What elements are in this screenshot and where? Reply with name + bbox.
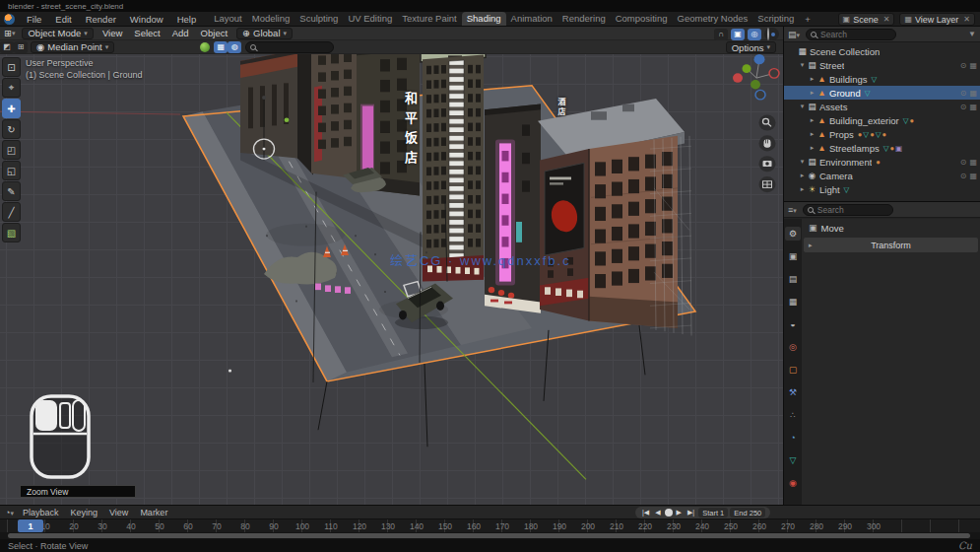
properties-tab-data[interactable]: ▽: [785, 453, 801, 467]
move-tool[interactable]: ✚: [2, 99, 21, 118]
record-button[interactable]: [665, 509, 673, 517]
menu-render[interactable]: Render: [79, 14, 123, 25]
prev-keyframe-button[interactable]: ◀: [653, 509, 662, 517]
gizmo-toggle-icon[interactable]: ◩: [0, 41, 14, 53]
proportional-edit-button[interactable]: ◎: [748, 29, 761, 40]
scale-tool[interactable]: ◰: [2, 140, 21, 160]
menu-file[interactable]: File: [20, 14, 48, 25]
viewport-search-input[interactable]: [260, 42, 329, 52]
tab-rendering[interactable]: Rendering: [557, 12, 611, 26]
options-dropdown[interactable]: Options▾: [726, 41, 776, 53]
scrollbar-thumb[interactable]: [8, 533, 970, 538]
menu-window[interactable]: Window: [123, 14, 170, 25]
tab-uv-editing[interactable]: UV Editing: [343, 12, 397, 26]
render-restrict-icon[interactable]: ▦: [969, 172, 977, 180]
gizmo-z-neg-axis[interactable]: [755, 90, 765, 99]
outliner-search-input[interactable]: [820, 30, 891, 39]
expand-icon[interactable]: ▾: [798, 103, 807, 110]
timeline-menu-keying[interactable]: Keying: [64, 508, 103, 518]
properties-editor-icon[interactable]: ≡▾: [788, 205, 797, 215]
outliner-row-environment[interactable]: ▾▤Environment●⊙▦: [784, 155, 980, 169]
gizmo-x-neg-axis[interactable]: [769, 69, 779, 78]
timeline-ruler[interactable]: 1 10203040506070809010011012013014015016…: [0, 518, 980, 532]
expand-icon[interactable]: ▸: [808, 144, 817, 152]
remove-view-layer-icon[interactable]: ✕: [963, 15, 970, 24]
expand-icon[interactable]: ▸: [798, 185, 807, 193]
render-restrict-icon[interactable]: ▦: [969, 89, 977, 98]
properties-search-input[interactable]: [817, 205, 888, 215]
viewport-canvas[interactable]: 绘艺CG · www.qdnxxfb.c: [0, 27, 783, 505]
jump-to-start-button[interactable]: |◀: [640, 509, 651, 517]
outliner-row-scene-collection[interactable]: ▦Scene Collection: [784, 44, 980, 58]
gizmo-y-axis[interactable]: [743, 64, 751, 73]
render-preview-icon[interactable]: [200, 42, 210, 52]
transform-panel-header[interactable]: ▸ Transform: [804, 238, 978, 252]
add-workspace-button[interactable]: +: [799, 14, 817, 25]
orientation-dropdown[interactable]: ⊕ Global▾: [236, 28, 293, 39]
menu-help[interactable]: Help: [170, 14, 204, 25]
measure-tool[interactable]: ╱: [2, 202, 21, 222]
properties-tab-material[interactable]: ◉: [785, 476, 801, 490]
timeline-scrollbar[interactable]: [0, 532, 980, 539]
tab-compositing[interactable]: Compositing: [611, 12, 673, 26]
tab-shading[interactable]: Shading: [462, 12, 506, 26]
render-restrict-icon[interactable]: ▦: [969, 103, 977, 111]
gizmo-x-axis[interactable]: [733, 73, 743, 82]
add-cube-tool[interactable]: ▧: [2, 223, 21, 242]
viewport-controls[interactable]: [759, 115, 776, 193]
viewport-menu-view[interactable]: View: [97, 28, 128, 38]
outliner-row-street[interactable]: ▾▤Street⊙▦: [784, 58, 980, 72]
blender-logo-icon[interactable]: [4, 14, 15, 25]
outliner-editor-icon[interactable]: ▤▾: [788, 30, 800, 39]
properties-tab-scene[interactable]: ◒: [785, 317, 801, 331]
properties-tab-particles[interactable]: ∴: [785, 408, 801, 422]
timeline-menu-view[interactable]: View: [103, 508, 134, 518]
expand-icon[interactable]: ▸: [808, 75, 817, 83]
tab-animation[interactable]: Animation: [506, 12, 557, 26]
viewport-3d[interactable]: 绘艺CG · www.qdnxxfb.c: [0, 27, 783, 505]
hide-icon[interactable]: ⊙: [960, 172, 967, 180]
hide-icon[interactable]: ⊙: [960, 89, 967, 98]
snap-magnet-icon[interactable]: ∩: [714, 29, 728, 40]
outliner-row-buildings[interactable]: ▸▲Buildings▽: [784, 72, 980, 86]
timeline-editor-icon[interactable]: ◔▾: [5, 508, 14, 518]
timeline-menu-playback[interactable]: Playback: [17, 508, 65, 518]
properties-tab-output[interactable]: ▤: [785, 272, 801, 286]
editor-type-icon[interactable]: ⊞▾: [0, 28, 19, 38]
viewport-menu-add[interactable]: Add: [166, 28, 195, 38]
tab-modeling[interactable]: Modeling: [247, 12, 295, 26]
frame-start-field[interactable]: Start 1: [698, 508, 728, 518]
transform-tool[interactable]: ◱: [2, 161, 21, 180]
properties-tab-view-layer[interactable]: ▦: [785, 295, 801, 309]
expand-icon[interactable]: ▾: [798, 158, 807, 166]
current-frame-indicator[interactable]: 1: [18, 519, 43, 532]
annotate-tool[interactable]: ✎: [2, 181, 21, 201]
properties-tab-render[interactable]: ▣: [785, 249, 801, 263]
outliner-row-props[interactable]: ▸▲Props●▽●▽●: [784, 127, 980, 141]
rotate-tool[interactable]: ↻: [2, 119, 21, 139]
properties-tab-tool[interactable]: ⚙: [785, 227, 801, 241]
shading-material-button[interactable]: [771, 33, 775, 36]
expand-icon[interactable]: ▸: [808, 89, 817, 97]
overlay-extra-button[interactable]: ◍: [228, 41, 241, 53]
select-box-tool[interactable]: ⊡: [2, 57, 21, 77]
gizmo-y-neg-axis[interactable]: [751, 80, 760, 89]
properties-tab-object[interactable]: ▢: [785, 363, 801, 377]
properties-tab-modifiers[interactable]: ⚒: [785, 385, 801, 399]
frame-end-field[interactable]: End 250: [730, 508, 765, 518]
expand-icon[interactable]: ▸: [808, 130, 817, 138]
snap-target-button[interactable]: ▣: [731, 29, 745, 40]
timeline-menu-marker[interactable]: Marker: [134, 508, 173, 518]
render-restrict-icon[interactable]: ▦: [969, 158, 977, 167]
properties-tab-physics[interactable]: ◔: [785, 431, 801, 445]
viewport-menu-select[interactable]: Select: [128, 28, 165, 38]
view-layer-selector[interactable]: ▦ View Layer ✕: [899, 13, 975, 26]
overlays-toggle-icon[interactable]: ⊞: [14, 41, 28, 53]
tab-geometry-nodes[interactable]: Geometry Nodes: [673, 12, 753, 26]
outliner-row-assets[interactable]: ▾▤Assets⊙▦: [784, 100, 980, 113]
outliner-row-ground[interactable]: ▸▲Ground▽⊙▦: [784, 86, 980, 100]
viewport-menu-object[interactable]: Object: [195, 28, 233, 38]
tab-texture-paint[interactable]: Texture Paint: [397, 12, 461, 26]
jump-to-end-button[interactable]: ▶|: [686, 509, 696, 517]
xray-toggle-button[interactable]: ▦: [214, 41, 228, 53]
